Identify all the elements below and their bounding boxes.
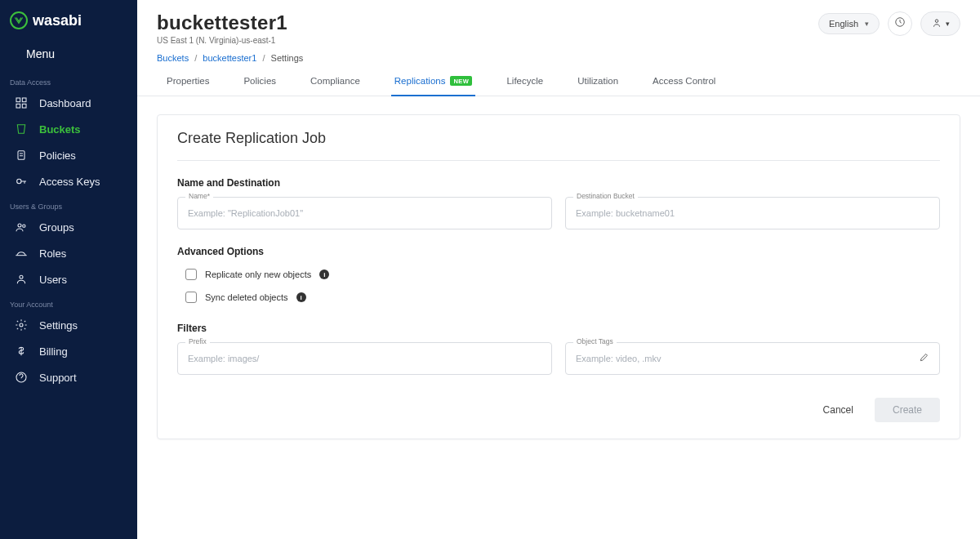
bucket-icon <box>15 122 28 136</box>
gear-icon <box>15 318 28 332</box>
brand-name: wasabi <box>33 12 82 29</box>
breadcrumb-bucket[interactable]: buckettester1 <box>203 53 256 63</box>
main-content: buckettester1 US East 1 (N. Virginia)-us… <box>137 0 980 539</box>
create-button[interactable]: Create <box>875 398 940 422</box>
dashboard-icon <box>15 96 28 109</box>
sidebar-item-label: Access Keys <box>39 176 100 188</box>
section-your-account: Your Account <box>0 292 137 312</box>
tab-policies[interactable]: Policies <box>243 76 276 96</box>
svg-point-8 <box>20 275 23 278</box>
field-destination: Destination Bucket <box>565 197 940 229</box>
help-icon <box>15 371 28 384</box>
tab-label: Replications <box>394 76 446 86</box>
create-replication-card: Create Replication Job Name and Destinat… <box>157 114 960 439</box>
card-title: Create Replication Job <box>177 130 940 161</box>
sidebar-item-label: Groups <box>39 221 74 234</box>
field-label-name: Name* <box>185 192 213 200</box>
option-replicate-new: Replicate only new objects i <box>177 269 940 280</box>
sidebar-item-buckets[interactable]: Buckets <box>0 116 137 142</box>
tab-compliance[interactable]: Compliance <box>310 76 360 96</box>
user-icon <box>15 273 28 286</box>
tab-properties[interactable]: Properties <box>167 76 209 96</box>
field-prefix: Prefix <box>177 342 552 375</box>
sidebar-item-settings[interactable]: Settings <box>0 312 137 338</box>
field-object-tags: Object Tags <box>565 342 940 375</box>
sidebar-item-label: Dashboard <box>39 97 91 109</box>
sidebar-item-support[interactable]: Support <box>0 364 137 390</box>
svg-point-5 <box>17 179 21 183</box>
object-tags-input[interactable] <box>565 342 940 375</box>
svg-point-7 <box>23 225 25 227</box>
sidebar-item-label: Support <box>39 372 77 384</box>
name-input[interactable] <box>177 197 552 229</box>
sidebar-item-label: Roles <box>39 247 66 260</box>
info-icon[interactable]: i <box>319 270 329 279</box>
account-menu[interactable]: ▾ <box>920 11 960 36</box>
sidebar-item-policies[interactable]: Policies <box>0 142 137 168</box>
page-title: buckettester1 <box>157 11 818 34</box>
tab-utilization[interactable]: Utilization <box>577 76 618 96</box>
heading-filters: Filters <box>177 323 940 334</box>
tab-access-control[interactable]: Access Control <box>653 76 715 96</box>
svg-rect-1 <box>22 98 26 102</box>
sidebar-item-users[interactable]: Users <box>0 266 137 292</box>
cancel-button[interactable]: Cancel <box>815 398 862 422</box>
menu-toggle[interactable]: Menu <box>0 38 137 70</box>
pencil-icon <box>919 351 930 366</box>
sidebar-item-label: Settings <box>39 319 78 332</box>
language-label: English <box>829 19 858 29</box>
heading-name-destination: Name and Destination <box>177 177 940 189</box>
menu-label: Menu <box>26 47 55 60</box>
svg-rect-4 <box>18 151 24 160</box>
edit-tags-button[interactable] <box>915 350 933 368</box>
checkbox-label: Replicate only new objects <box>205 270 311 279</box>
sidebar-item-label: Policies <box>39 149 76 162</box>
section-users-groups: Users & Groups <box>0 194 137 214</box>
field-label-prefix: Prefix <box>185 337 210 345</box>
sidebar-item-label: Buckets <box>39 123 81 136</box>
svg-rect-2 <box>16 104 20 108</box>
svg-rect-0 <box>16 98 20 102</box>
tab-lifecycle[interactable]: Lifecycle <box>506 76 543 96</box>
hat-icon <box>15 247 28 260</box>
checkbox-sync-deleted[interactable] <box>185 292 197 303</box>
info-icon[interactable]: i <box>296 292 306 302</box>
sidebar-item-roles[interactable]: Roles <box>0 240 137 266</box>
checkbox-replicate-new[interactable] <box>185 269 197 280</box>
sidebar-item-label: Billing <box>39 345 68 358</box>
clock-button[interactable] <box>888 11 912 36</box>
prefix-input[interactable] <box>177 342 552 375</box>
svg-point-6 <box>18 224 21 227</box>
tab-replications[interactable]: Replications NEW <box>394 76 473 96</box>
language-selector[interactable]: English <box>818 13 880 34</box>
caret-down-icon: ▾ <box>946 20 950 28</box>
clock-icon <box>894 16 906 31</box>
tabs: Properties Policies Compliance Replicati… <box>137 63 980 96</box>
option-sync-deleted: Sync deleted objects i <box>177 292 940 303</box>
destination-input[interactable] <box>565 197 940 229</box>
field-label-destination: Destination Bucket <box>573 192 638 200</box>
svg-point-9 <box>20 323 23 327</box>
breadcrumb-current: Settings <box>271 53 304 63</box>
field-name: Name* <box>177 197 552 229</box>
breadcrumb-root[interactable]: Buckets <box>157 53 189 63</box>
dollar-icon <box>15 345 28 358</box>
sidebar-item-access-keys[interactable]: Access Keys <box>0 168 137 194</box>
field-label-tags: Object Tags <box>573 337 617 345</box>
region-label: US East 1 (N. Virginia)-us-east-1 <box>157 36 818 45</box>
sidebar-item-groups[interactable]: Groups <box>0 214 137 240</box>
sidebar-item-dashboard[interactable]: Dashboard <box>0 90 137 116</box>
sidebar-item-billing[interactable]: Billing <box>0 338 137 364</box>
person-icon <box>931 17 942 30</box>
svg-rect-3 <box>22 104 26 108</box>
svg-point-12 <box>935 20 938 23</box>
section-data-access: Data Access <box>0 70 137 90</box>
form-actions: Cancel Create <box>177 398 940 422</box>
key-icon <box>15 175 28 188</box>
new-badge: NEW <box>450 76 472 86</box>
page-header: buckettester1 US East 1 (N. Virginia)-us… <box>137 0 980 63</box>
sidebar-item-label: Users <box>39 274 67 286</box>
heading-advanced-options: Advanced Options <box>177 246 940 257</box>
wasabi-logo-icon <box>10 11 28 29</box>
brand-logo: wasabi <box>0 0 137 38</box>
